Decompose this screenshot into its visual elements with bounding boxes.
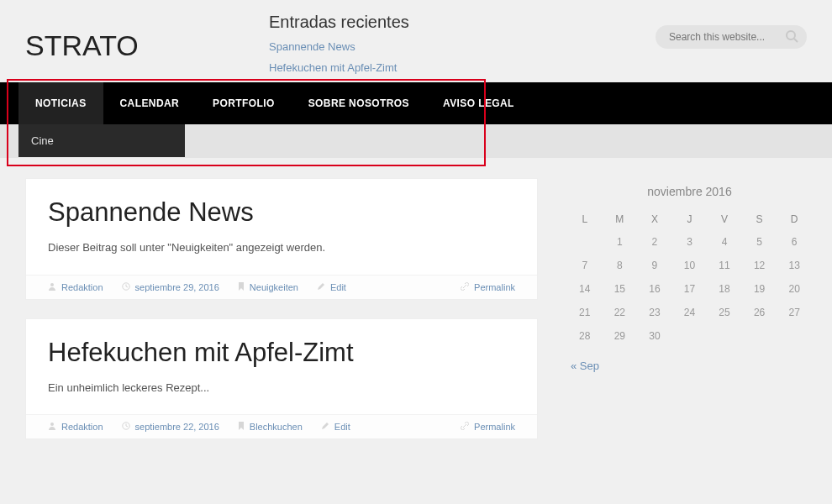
pencil-icon <box>321 422 329 432</box>
calendar-day[interactable]: 21 <box>567 301 603 324</box>
calendar-weekday: S <box>742 208 777 230</box>
calendar-day[interactable]: 28 <box>567 324 603 348</box>
main-nav: NOTICIAS CALENDAR PORTFOLIO SOBRE NOSOTR… <box>0 82 832 124</box>
clock-icon <box>122 422 130 432</box>
calendar-day[interactable]: 3 <box>672 230 708 254</box>
post-meta: Redaktion septiembre 29, 2016 Neuigkeite… <box>26 275 537 299</box>
submenu-item-cine[interactable]: Cine <box>18 124 185 157</box>
calendar-day[interactable]: 20 <box>777 277 812 301</box>
calendar-weekday: X <box>637 208 672 230</box>
calendar-day[interactable]: 24 <box>672 301 708 324</box>
calendar-day[interactable]: 15 <box>603 277 638 301</box>
calendar-weekday: V <box>707 208 742 230</box>
calendar-day[interactable]: 6 <box>777 230 812 254</box>
calendar-weekday: D <box>777 208 812 230</box>
post-excerpt: Dieser Beitrag soll unter "Neuigkeiten" … <box>26 239 537 275</box>
post-category-link[interactable]: Blechkuchen <box>250 422 303 432</box>
calendar-day[interactable]: 1 <box>603 230 638 254</box>
calendar-day[interactable]: 18 <box>707 277 742 301</box>
post-permalink[interactable]: Permalink <box>474 422 515 432</box>
site-logo[interactable]: STRATO <box>25 13 261 82</box>
calendar-day[interactable]: 8 <box>603 254 638 277</box>
calendar-day[interactable]: 13 <box>777 254 812 277</box>
post-card: Hefekuchen mit Apfel-Zimt Ein unheimlich… <box>25 318 538 440</box>
calendar-day[interactable]: 9 <box>637 254 672 277</box>
calendar-day <box>742 324 777 348</box>
pencil-icon <box>317 282 325 292</box>
calendar-weekday: M <box>603 208 638 230</box>
post-meta: Redaktion septiembre 22, 2016 Blechkuche… <box>26 414 537 438</box>
post-card: Spannende News Dieser Beitrag soll unter… <box>25 178 538 300</box>
post-permalink[interactable]: Permalink <box>474 282 515 292</box>
post-author-link[interactable]: Redaktion <box>61 422 103 432</box>
calendar-day[interactable]: 16 <box>637 277 672 301</box>
calendar-day <box>567 230 603 254</box>
calendar-day[interactable]: 27 <box>777 301 812 324</box>
post-title[interactable]: Hefekuchen mit Apfel-Zimt <box>26 319 537 380</box>
clock-icon <box>122 282 130 292</box>
post-date-link[interactable]: septiembre 22, 2016 <box>135 422 219 432</box>
calendar-day <box>672 324 708 348</box>
svg-line-1 <box>794 39 798 42</box>
nav-item-calendar[interactable]: CALENDAR <box>103 82 197 124</box>
calendar-day[interactable]: 14 <box>567 277 603 301</box>
calendar-weekday: L <box>567 208 603 230</box>
calendar-day[interactable]: 4 <box>707 230 742 254</box>
author-icon <box>48 282 56 292</box>
nav-item-aviso-legal[interactable]: AVISO LEGAL <box>426 82 531 124</box>
search-wrap <box>656 25 807 49</box>
nav-item-sobre-nosotros[interactable]: SOBRE NOSOTROS <box>292 82 426 124</box>
calendar-prev-link[interactable]: « Sep <box>571 360 599 372</box>
calendar-caption: noviembre 2016 <box>567 178 812 208</box>
calendar-day[interactable]: 22 <box>603 301 638 324</box>
calendar-day[interactable]: 10 <box>672 254 708 277</box>
svg-point-4 <box>50 423 54 426</box>
post-edit-link[interactable]: Edit <box>334 422 350 432</box>
calendar-day[interactable]: 30 <box>637 324 672 348</box>
calendar-day[interactable]: 23 <box>637 301 672 324</box>
svg-point-2 <box>50 283 54 286</box>
calendar-day[interactable]: 26 <box>742 301 777 324</box>
post-category-link[interactable]: Neuigkeiten <box>250 282 298 292</box>
link-icon <box>461 422 469 432</box>
calendar-day[interactable]: 25 <box>707 301 742 324</box>
sub-nav-strip: Cine <box>0 124 832 158</box>
calendar-day[interactable]: 29 <box>603 324 638 348</box>
author-icon <box>48 422 56 432</box>
nav-item-noticias[interactable]: NOTICIAS <box>18 82 103 124</box>
bookmark-icon <box>238 422 245 432</box>
svg-point-0 <box>787 31 795 39</box>
calendar-day[interactable]: 7 <box>567 254 603 277</box>
post-excerpt: Ein unheimlich leckeres Rezept... <box>26 380 537 415</box>
nav-item-portfolio[interactable]: PORTFOLIO <box>196 82 292 124</box>
search-icon[interactable] <box>785 29 798 46</box>
post-edit-link[interactable]: Edit <box>330 282 346 292</box>
post-date-link[interactable]: septiembre 29, 2016 <box>135 282 219 292</box>
post-author-link[interactable]: Redaktion <box>61 282 103 292</box>
calendar-day[interactable]: 19 <box>742 277 777 301</box>
link-icon <box>461 282 469 292</box>
calendar-day[interactable]: 17 <box>672 277 708 301</box>
calendar-day[interactable]: 11 <box>707 254 742 277</box>
calendar-day[interactable]: 2 <box>637 230 672 254</box>
post-title[interactable]: Spannende News <box>26 179 537 239</box>
calendar-day <box>777 324 812 348</box>
calendar-day[interactable]: 12 <box>742 254 777 277</box>
recent-post-link[interactable]: Hefekuchen mit Apfel-Zimt <box>269 61 807 74</box>
calendar-widget: noviembre 2016 L M X J V S D 1 2 3 <box>567 178 812 348</box>
search-input[interactable] <box>656 25 807 49</box>
calendar-day <box>707 324 742 348</box>
bookmark-icon <box>238 282 245 292</box>
calendar-day[interactable]: 5 <box>742 230 777 254</box>
calendar-weekday: J <box>672 208 708 230</box>
